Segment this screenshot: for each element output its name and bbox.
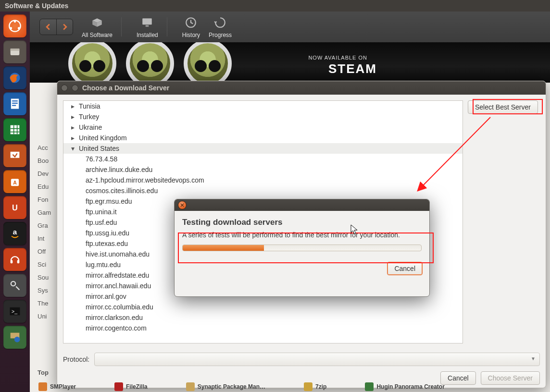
- settings-icon[interactable]: [3, 274, 26, 297]
- category-peek: Fon: [38, 196, 57, 205]
- writer-icon[interactable]: [3, 92, 26, 115]
- cancel-button[interactable]: Cancel: [387, 262, 423, 275]
- category-peek: The: [38, 300, 57, 309]
- app-icon: [186, 382, 195, 391]
- unity-launcher: A U a >_: [0, 12, 30, 392]
- country-node[interactable]: ▸Tunisia: [63, 101, 462, 111]
- protocol-select[interactable]: ▼: [94, 353, 540, 366]
- task-hugin[interactable]: Hugin Panorama Creator: [365, 382, 444, 391]
- tab-installed[interactable]: Installed: [137, 15, 158, 38]
- country-node[interactable]: ▸Ukraine: [63, 122, 462, 133]
- terminal-icon[interactable]: >_: [3, 300, 26, 323]
- protocol-row: Protocol: ▼: [57, 349, 546, 369]
- server-label: ftp.utexas.edu: [86, 240, 128, 247]
- svg-text:>_: >_: [12, 308, 17, 314]
- svg-text:A: A: [13, 180, 17, 185]
- files-icon[interactable]: [3, 40, 26, 63]
- server-label: 76.73.4.58: [86, 155, 117, 163]
- presentation-icon: [8, 149, 22, 162]
- svg-rect-5: [11, 49, 20, 51]
- close-button[interactable]: [178, 201, 186, 209]
- spinner-icon: [214, 16, 226, 29]
- svg-point-19: [11, 282, 15, 286]
- server-node[interactable]: mirror.cc.columbia.edu: [63, 302, 462, 312]
- button-label: Select Best Server: [475, 103, 531, 111]
- impress-icon[interactable]: [3, 144, 26, 167]
- task-label: 7zip: [315, 383, 326, 390]
- dialog-titlebar: [175, 199, 429, 211]
- category-peek: Sys: [38, 287, 57, 296]
- country-node[interactable]: ▸United Kingdom: [63, 133, 462, 143]
- top-rated-header: Top: [38, 369, 57, 378]
- software-center-icon[interactable]: A: [3, 170, 26, 193]
- category-peek: Dev: [38, 170, 57, 179]
- banner-brand: STEAM: [328, 61, 377, 76]
- category-peek: Sci: [38, 261, 57, 270]
- window-min-dot[interactable]: [72, 85, 78, 91]
- svg-rect-25: [146, 25, 149, 26]
- dash-icon[interactable]: [3, 14, 26, 37]
- forward-button[interactable]: [56, 19, 73, 35]
- server-node[interactable]: mirror.clarkson.edu: [63, 312, 462, 323]
- kerbal-avatar: [184, 42, 232, 83]
- kerbal-avatar: [68, 42, 116, 83]
- svg-rect-24: [143, 18, 152, 24]
- tab-progress[interactable]: Progress: [209, 15, 232, 38]
- server-node[interactable]: cosmos.cites.illinois.edu: [63, 185, 462, 196]
- amazon-icon[interactable]: a: [3, 222, 26, 245]
- svg-point-2: [10, 27, 12, 29]
- country-label: Tunisia: [79, 102, 100, 110]
- server-label: archive.linux.duke.edu: [86, 166, 152, 173]
- button-label: Cancel: [448, 374, 469, 382]
- ubuntu-one-icon[interactable]: U: [3, 196, 26, 219]
- divider: [121, 17, 128, 37]
- back-button[interactable]: [40, 19, 56, 35]
- server-label: lug.mtu.edu: [86, 261, 121, 269]
- bag-a-icon: A: [8, 175, 22, 188]
- app-globe-icon[interactable]: [3, 326, 26, 349]
- app-icon: [304, 382, 312, 391]
- category-peek-list: Acc Boo Dev Edu Fon Gam Gra Int Off Sci …: [38, 144, 57, 378]
- server-label: cosmos.cites.illinois.edu: [86, 187, 158, 195]
- firefox-icon[interactable]: [3, 66, 26, 89]
- category-peek: Sou: [38, 274, 57, 283]
- country-node-us[interactable]: ▾United States: [63, 143, 462, 154]
- task-synaptic[interactable]: Synaptic Package Man…: [186, 382, 265, 391]
- server-label: mirror.clarkson.edu: [86, 314, 143, 321]
- category-peek: Boo: [38, 157, 57, 166]
- task-label: Hugin Panorama Creator: [376, 383, 444, 390]
- app-icon: [365, 382, 374, 391]
- music-icon[interactable]: [3, 248, 26, 271]
- server-node[interactable]: az-1.hpcloud.mirror.websitedevops.com: [63, 175, 462, 185]
- server-node[interactable]: 76.73.4.58: [63, 154, 462, 164]
- taskbar-row: SMPlayer FileZilla Synaptic Package Man……: [38, 382, 548, 391]
- window-close-dot[interactable]: [61, 85, 68, 91]
- tab-all-software[interactable]: All Software: [82, 15, 112, 38]
- progress-bar: [182, 245, 422, 251]
- dialog-titlebar: Choose a Download Server: [57, 81, 546, 95]
- close-icon: [180, 203, 184, 207]
- server-node[interactable]: archive.linux.duke.edu: [63, 164, 462, 175]
- calc-icon[interactable]: [3, 118, 26, 141]
- spreadsheet-icon: [8, 123, 22, 136]
- kerbal-avatar: [126, 42, 174, 83]
- server-label: ftp.unina.it: [86, 208, 117, 216]
- task-filezilla[interactable]: FileZilla: [114, 382, 148, 391]
- clock-icon: [185, 16, 197, 29]
- category-peek: Edu: [38, 183, 57, 192]
- tab-history[interactable]: History: [182, 15, 200, 38]
- server-node[interactable]: mirror.cogentco.com: [63, 323, 462, 333]
- gear-wrench-icon: [8, 279, 22, 292]
- country-node[interactable]: ▸Turkey: [63, 111, 462, 122]
- tab-label: All Software: [82, 32, 112, 38]
- server-label: mirror.cogentco.com: [86, 324, 147, 332]
- box-open-icon: [91, 16, 103, 29]
- button-label: Choose Server: [488, 374, 533, 382]
- select-best-server-button[interactable]: Select Best Server: [468, 100, 538, 114]
- monitor-icon: [141, 16, 153, 29]
- dialog-description: A series of tests will be performed to f…: [182, 231, 422, 239]
- task-smplayer[interactable]: SMPlayer: [38, 382, 76, 391]
- banner-overline: NOW AVAILABLE ON: [308, 55, 367, 61]
- category-peek: Off: [38, 248, 57, 257]
- task-7zip[interactable]: 7zip: [304, 382, 326, 391]
